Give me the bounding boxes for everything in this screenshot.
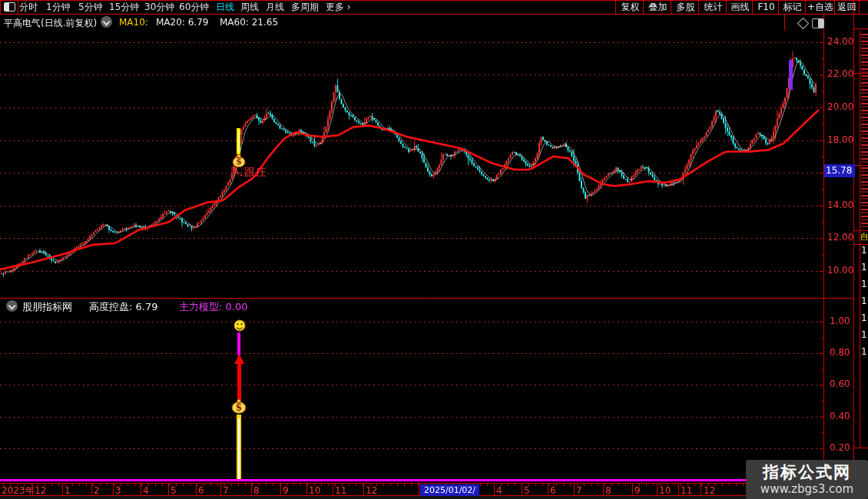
menu-item-5分钟[interactable]: 5分钟: [78, 1, 103, 14]
menu-button-返回[interactable]: 返回: [835, 1, 859, 14]
date-label-12: 12: [35, 485, 46, 496]
date-label-7: 7: [223, 485, 229, 496]
date-axis: 2023年12123456789101112456789101112 2025/…: [0, 483, 853, 496]
holding-degree-label: 高度控盘: 6.79: [89, 300, 157, 314]
date-label-11: 11: [681, 485, 692, 496]
strip-list-item: 1: [861, 279, 867, 289]
menu-button-画线[interactable]: 画线: [727, 1, 753, 14]
date-label-2023年: 2023年: [2, 485, 35, 496]
watermark-url: www.zbgs3.com: [746, 482, 868, 496]
title-bar: 平高电气(日线.前复权) MA10: MA20: 6.79 MA60: 21.6…: [0, 14, 868, 31]
strip-list-item: 1: [861, 330, 867, 339]
menu-button-F10[interactable]: F10: [754, 1, 779, 14]
top-menubar: 分时1分钟5分钟15分钟30分钟60分钟日线周线月线多周期更多 › 复权叠加多股…: [0, 0, 868, 14]
menu-button-复权[interactable]: 复权: [617, 1, 644, 14]
ma10-label: MA10:: [119, 17, 148, 28]
menu-item-日线[interactable]: 日线: [216, 1, 234, 14]
menu-item-30分钟[interactable]: 30分钟: [144, 1, 174, 14]
price-label-24.00: 24.00: [827, 36, 853, 48]
sub-value-label-0.20: 0.20: [830, 442, 850, 454]
menu-item-60分钟[interactable]: 60分钟: [179, 1, 209, 14]
menu-item-多周期[interactable]: 多周期: [291, 1, 319, 14]
menu-button-叠加[interactable]: 叠加: [644, 1, 671, 14]
menu-button-多股[interactable]: 多股: [672, 1, 699, 14]
watermark-title: 指标公式网: [746, 462, 868, 482]
date-label-1: 1: [65, 485, 71, 496]
menu-button-统计[interactable]: 统计: [700, 1, 727, 14]
menu-button-标记[interactable]: 标记: [780, 1, 805, 14]
diamond-icon[interactable]: [797, 18, 810, 30]
chevron-down-icon[interactable]: [6, 300, 18, 312]
split-window-icon[interactable]: [812, 18, 824, 28]
menu-item-周线[interactable]: 周线: [240, 1, 259, 14]
date-label-6: 6: [198, 485, 204, 496]
genzhuang-annotation: 跟庄: [244, 166, 267, 180]
selected-date-marker: 2025/01/02/四: [420, 484, 479, 496]
price-label-18.00: 18.00: [827, 134, 853, 146]
date-label-10: 10: [309, 485, 320, 496]
strip-highlight-char: 自: [860, 231, 868, 243]
strip-list-item: 1: [861, 313, 867, 322]
strip-list-item: 1: [861, 263, 867, 272]
date-label-8: 8: [605, 485, 611, 496]
chevron-down-icon[interactable]: [101, 16, 112, 28]
strip-list-item: 1: [861, 296, 867, 306]
date-label-2: 2: [94, 485, 100, 496]
stock-title: 平高电气(日线.前复权): [4, 17, 97, 30]
date-label-12: 12: [366, 485, 377, 496]
chart-canvas[interactable]: [0, 0, 868, 499]
sub-value-label-0.40: 0.40: [830, 411, 850, 422]
date-label-4: 4: [496, 485, 502, 496]
date-label-6: 6: [550, 485, 556, 496]
date-label-4: 4: [143, 485, 149, 496]
date-label-7: 7: [576, 485, 582, 496]
clipped-vertical-text: [861, 34, 868, 163]
ma60-label: MA60: 21.65: [220, 17, 278, 28]
date-label-5: 5: [171, 485, 177, 496]
date-label-5: 5: [524, 485, 530, 496]
menu-button-+自选[interactable]: +自选: [807, 1, 834, 14]
menu-item-15分钟[interactable]: 15分钟: [109, 1, 139, 14]
price-label-12.00: 12.00: [827, 232, 853, 243]
strip-list-item: 1: [861, 246, 867, 255]
price-label-20.00: 20.00: [827, 101, 853, 113]
menu-item-1分钟[interactable]: 1分钟: [46, 1, 71, 14]
menu-item-分时[interactable]: 分时: [19, 1, 38, 14]
trading-app-window: 分时1分钟5分钟15分钟30分钟60分钟日线周线月线多周期更多 › 复权叠加多股…: [0, 0, 868, 499]
date-label-10: 10: [659, 485, 671, 496]
date-label-9: 9: [634, 485, 641, 496]
date-label-11: 11: [335, 485, 346, 496]
price-label-22.00: 22.00: [827, 68, 853, 80]
bottom-toolbar-clipped: [0, 496, 868, 499]
window-layout-icon[interactable]: [4, 2, 15, 12]
clipped-vertical-text: [861, 167, 868, 229]
menu-item-更多 ›[interactable]: 更多 ›: [326, 1, 351, 14]
menu-item-月线[interactable]: 月线: [266, 1, 284, 14]
site-watermark: 指标公式网 www.zbgs3.com: [746, 460, 868, 499]
price-label-10.00: 10.00: [827, 265, 853, 276]
date-label-8: 8: [253, 485, 260, 496]
date-label-9: 9: [283, 485, 289, 496]
date-label-12: 12: [704, 485, 715, 496]
ma20-label: MA20: 6.79: [156, 17, 208, 28]
main-force-model-label: 主力模型: 0.00: [179, 300, 247, 314]
sub-value-label-0.60: 0.60: [830, 378, 850, 390]
current-price-marker: 15.78: [824, 164, 855, 177]
sub-value-label-1.00: 1.00: [830, 316, 850, 327]
subchart-header: 股朋指标网 高度控盘: 6.79 主力模型: 0.00: [0, 299, 853, 312]
strip-list-item: 1: [861, 347, 867, 356]
date-label-3: 3: [115, 485, 121, 496]
sub-value-label-0.80: 0.80: [830, 347, 850, 359]
indicator-source-label: 股朋指标网: [22, 300, 72, 314]
price-label-14.00: 14.00: [827, 200, 853, 211]
